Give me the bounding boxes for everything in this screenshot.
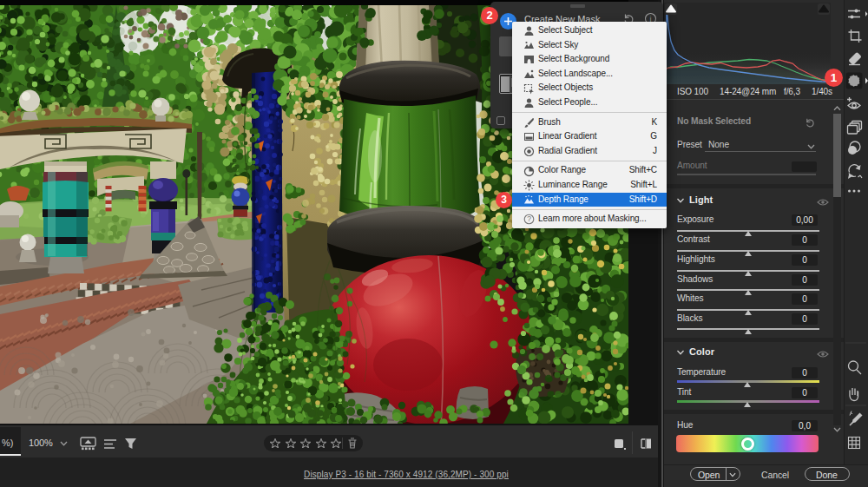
svg-text:?: ?: [527, 215, 531, 224]
